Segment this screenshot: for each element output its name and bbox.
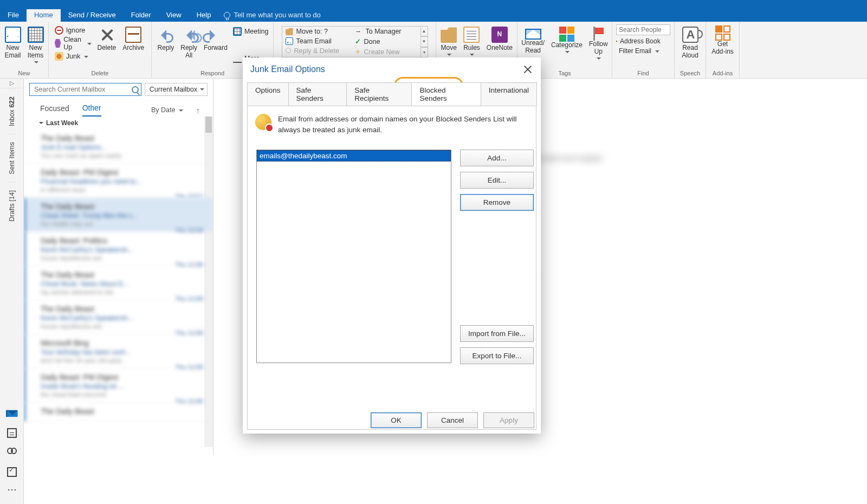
message-item[interactable]: The Daily BeastJunk E-mail Options...You… — [24, 130, 213, 164]
apply-button[interactable]: Apply — [483, 412, 534, 428]
dialog-title: Junk Email Options — [250, 64, 325, 74]
tab-file[interactable]: File — [0, 9, 27, 22]
archive-button[interactable]: Archive — [119, 23, 147, 53]
tell-me-label: Tell me what you want to do — [234, 11, 320, 19]
list-item[interactable]: emails@thedailybeast.com — [257, 150, 451, 161]
rail-inbox[interactable]: Inbox 622 — [8, 88, 16, 134]
quick-steps-gallery[interactable]: Move to: ? Team Email Reply & Delete →To… — [282, 26, 428, 57]
message-item[interactable]: Daily Beast: PM DigestInside Musk's floo… — [24, 369, 213, 403]
delete-button[interactable]: Delete — [94, 23, 119, 53]
tab-folder[interactable]: Folder — [124, 9, 159, 22]
tell-me-input[interactable]: Tell me what you want to do — [218, 9, 326, 22]
message-item[interactable]: The Daily BeastCheat Musk: News About E.… — [24, 266, 213, 300]
forward-button[interactable]: Forward — [200, 23, 231, 53]
create-new-icon: ✦ — [355, 48, 361, 56]
export-button[interactable]: Export to File... — [460, 347, 534, 364]
expand-rail-button[interactable]: ▷ — [0, 79, 23, 88]
rules-icon — [463, 27, 480, 43]
message-item[interactable]: The Daily BeastCheat Sheet: Trump flies … — [24, 198, 213, 232]
message-item[interactable]: Daily Beast: PoliticsKevin McCarthy's Sp… — [24, 232, 213, 266]
book-icon — [616, 41, 617, 42]
cleanup-button[interactable]: Clean Up — [55, 37, 92, 49]
followup-button[interactable]: Follow Up — [586, 23, 611, 61]
forward-icon — [208, 27, 224, 43]
junk-button[interactable]: Junk — [55, 50, 92, 62]
nav-calendar-icon[interactable] — [7, 428, 17, 438]
new-email-label: New Email — [5, 44, 21, 60]
add-button[interactable]: Add... — [460, 150, 534, 166]
cancel-button[interactable]: Cancel — [427, 412, 478, 428]
dtab-blocked-senders[interactable]: Blocked Senders — [411, 82, 481, 106]
message-item[interactable]: The Daily Beast — [24, 403, 213, 422]
done-icon: ✓ — [355, 37, 361, 46]
reply-all-button[interactable]: Reply All — [177, 23, 200, 61]
message-item[interactable]: The Daily BeastKevin McCarthy's Speakers… — [24, 300, 213, 334]
reply-button[interactable]: Reply — [154, 23, 178, 53]
tab-help[interactable]: Help — [189, 9, 219, 22]
message-item[interactable]: Microsoft BingYour birthday has been con… — [24, 334, 213, 369]
tab-focused[interactable]: Focused — [40, 104, 69, 116]
remove-button[interactable]: Remove — [460, 194, 534, 211]
nav-more-icon[interactable]: ⋯ — [7, 487, 17, 496]
onenote-button[interactable]: NOneNote — [483, 23, 516, 53]
reply-icon — [158, 27, 174, 43]
group-label-delete: Delete — [49, 70, 151, 76]
shield-icon — [255, 114, 271, 130]
new-items-button[interactable]: New Items — [24, 23, 47, 65]
flag-icon — [592, 27, 605, 41]
dtab-safe-senders[interactable]: Safe Senders — [288, 82, 347, 106]
sort-by-date[interactable]: By Date — [151, 106, 183, 114]
sort-direction-button[interactable]: ↑ — [196, 106, 200, 115]
group-label-new: New — [0, 70, 48, 76]
message-item[interactable]: Daily Beast: PM DigestFinancial headline… — [24, 164, 213, 198]
import-button[interactable]: Import from File... — [460, 325, 534, 342]
edit-button[interactable]: Edit... — [460, 172, 534, 189]
rail-sent[interactable]: Sent Items — [8, 134, 16, 182]
nav-tasks-icon[interactable] — [7, 467, 17, 477]
categorize-button[interactable]: Categorize — [548, 23, 586, 55]
junk-icon — [55, 52, 63, 61]
tab-home[interactable]: Home — [27, 9, 61, 22]
rail-drafts[interactable]: Drafts [14] — [8, 182, 16, 229]
move-button[interactable]: Move — [437, 23, 460, 57]
dialog-tabs: Options Safe Senders Safe Recipients Blo… — [247, 82, 536, 106]
tab-view[interactable]: View — [159, 9, 189, 22]
search-icon[interactable] — [132, 86, 139, 93]
dtab-international[interactable]: International — [481, 82, 537, 106]
read-aloud-button[interactable]: Read Aloud — [678, 23, 702, 61]
read-aloud-icon — [682, 27, 698, 43]
rules-button[interactable]: Rules — [460, 23, 483, 57]
reply-delete-icon — [286, 48, 291, 53]
meeting-button[interactable]: Meeting — [233, 25, 268, 37]
search-scope-select[interactable]: Current Mailbox — [145, 83, 208, 96]
meeting-icon — [233, 27, 242, 36]
dialog-close-button[interactable] — [522, 64, 533, 75]
search-mailbox-box[interactable] — [29, 83, 141, 96]
group-label-addins: Add-ins — [706, 70, 739, 76]
unread-button[interactable]: Unread/ Read — [518, 23, 548, 56]
ignore-button[interactable]: Ignore — [55, 24, 92, 36]
dtab-options[interactable]: Options — [247, 82, 289, 106]
blocked-senders-listbox[interactable]: emails@thedailybeast.com — [256, 150, 451, 363]
search-people-input[interactable] — [616, 24, 670, 35]
onenote-icon: N — [491, 27, 508, 43]
get-addins-button[interactable]: Get Add-ins — [708, 23, 737, 57]
new-items-label: New Items — [28, 44, 43, 60]
nav-mail-icon[interactable] — [6, 409, 18, 418]
nav-people-icon[interactable] — [7, 448, 17, 457]
tab-other[interactable]: Other — [82, 104, 101, 117]
new-email-button[interactable]: New Email — [2, 23, 24, 61]
tab-send-receive[interactable]: Send / Receive — [61, 9, 124, 22]
filter-email-button[interactable]: Filter Email — [616, 47, 670, 55]
quick-steps-scroll[interactable]: ▲▼▾ — [420, 26, 428, 57]
lightbulb-icon — [224, 12, 230, 18]
mail-icon — [5, 27, 21, 43]
dtab-safe-recipients[interactable]: Safe Recipients — [346, 82, 412, 106]
search-mailbox-input[interactable] — [32, 83, 132, 95]
address-book-button[interactable]: Address Book — [616, 37, 670, 45]
calendar-icon — [28, 27, 44, 43]
delete-label: Delete — [97, 44, 116, 52]
addins-icon — [715, 25, 730, 41]
date-group-header[interactable]: Last Week — [24, 117, 213, 130]
ok-button[interactable]: OK — [371, 412, 422, 428]
